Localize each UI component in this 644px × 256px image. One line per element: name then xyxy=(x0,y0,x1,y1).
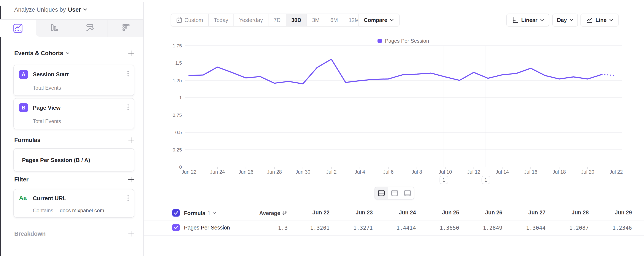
column-header[interactable]: Jun 25 xyxy=(418,209,459,216)
series-name: Pages Per Session xyxy=(184,225,230,231)
column-header[interactable]: Jun 23 xyxy=(332,209,373,216)
formula-dropdown[interactable]: Formula 1 xyxy=(184,210,216,216)
check-icon xyxy=(174,226,178,230)
svg-text:0.5: 0.5 xyxy=(175,130,182,135)
svg-text:Jul 18: Jul 18 xyxy=(553,169,566,175)
svg-text:1: 1 xyxy=(484,177,487,183)
column-header[interactable]: Jun 26 xyxy=(461,209,502,216)
series-checkbox[interactable] xyxy=(172,224,180,231)
svg-text:Jul 6: Jul 6 xyxy=(383,169,394,175)
chevron-down-icon xyxy=(213,212,216,214)
svg-text:Jul 16: Jul 16 xyxy=(524,169,537,175)
column-header[interactable]: Jun 29 xyxy=(591,209,632,216)
toggle-table-only[interactable] xyxy=(401,187,414,199)
toggle-chart-only[interactable] xyxy=(388,187,401,199)
table-cell: 1.3271 xyxy=(332,225,373,231)
chart-top-view-icon xyxy=(391,190,398,197)
svg-text:Jun 22: Jun 22 xyxy=(182,169,196,175)
table-bottom-view-icon xyxy=(404,190,411,197)
average-label: Average xyxy=(259,210,280,216)
svg-text:Jul 22: Jul 22 xyxy=(610,169,622,175)
layout-toggle-group xyxy=(374,187,414,200)
formula-checkbox[interactable] xyxy=(172,209,180,217)
svg-text:0.75: 0.75 xyxy=(172,113,182,118)
toggle-split-view[interactable] xyxy=(375,187,388,199)
svg-text:Jul 12: Jul 12 xyxy=(467,169,480,175)
svg-text:Jul 2: Jul 2 xyxy=(326,169,337,175)
svg-text:1.5: 1.5 xyxy=(175,60,182,66)
column-header[interactable]: Jun 24 xyxy=(375,209,416,216)
svg-text:1: 1 xyxy=(442,177,445,183)
column-header[interactable]: Jun 27 xyxy=(504,209,546,216)
table-cell: 1.3044 xyxy=(504,225,546,231)
check-icon xyxy=(174,211,178,215)
table-cell: 1.4414 xyxy=(375,225,416,231)
svg-text:Jun 24: Jun 24 xyxy=(210,169,225,175)
svg-text:Jun 28: Jun 28 xyxy=(267,169,282,175)
series-average-value: 1.3 xyxy=(238,225,288,231)
svg-text:1: 1 xyxy=(179,95,182,100)
table-cell: 1.2849 xyxy=(461,225,502,231)
table-cell: 1.3201 xyxy=(288,225,330,231)
split-view-icon xyxy=(378,190,385,197)
column-header[interactable]: Jun 22 xyxy=(288,209,330,216)
svg-text:Jul 20: Jul 20 xyxy=(581,169,594,175)
column-header[interactable]: Jun 28 xyxy=(548,209,589,216)
formula-label: Formula xyxy=(184,210,206,216)
table-cell: 1.2087 xyxy=(548,225,589,231)
table-cell: 1.2346 xyxy=(591,225,632,231)
svg-text:Jul 8: Jul 8 xyxy=(412,169,422,175)
svg-text:Jul 14: Jul 14 xyxy=(496,169,509,175)
average-column-header[interactable]: Average xyxy=(238,209,288,217)
formula-index: 1 xyxy=(208,210,210,216)
svg-text:Jul 4: Jul 4 xyxy=(354,169,365,175)
svg-text:Jun 30: Jun 30 xyxy=(296,169,310,175)
svg-text:Jul 10: Jul 10 xyxy=(438,169,452,175)
svg-text:Jun 26: Jun 26 xyxy=(238,169,253,175)
svg-text:1.75: 1.75 xyxy=(172,43,182,48)
sort-icon[interactable] xyxy=(282,210,288,216)
line-chart-canvas[interactable]: 00.250.50.7511.251.51.75Jun 22Jun 24Jun … xyxy=(0,0,644,256)
svg-text:1.25: 1.25 xyxy=(172,78,182,83)
table-bottom-border xyxy=(144,235,644,236)
svg-text:0.25: 0.25 xyxy=(172,147,182,152)
table-header-divider xyxy=(144,220,644,221)
table-cell: 1.3650 xyxy=(418,225,459,231)
